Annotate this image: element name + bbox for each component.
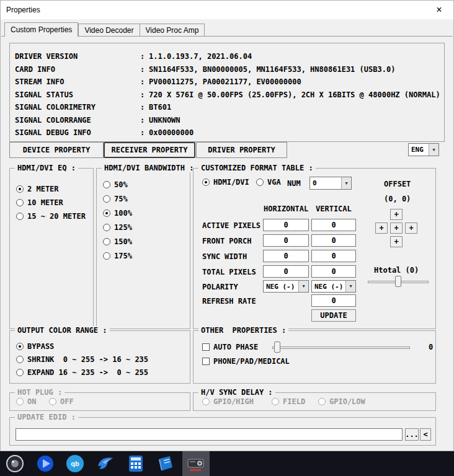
radio-icon bbox=[16, 369, 24, 376]
play-icon bbox=[36, 454, 55, 473]
radio-bw-125[interactable]: 125% bbox=[103, 223, 132, 232]
radio-bw-75[interactable]: 75% bbox=[103, 195, 128, 203]
total-pixels-v-input[interactable] bbox=[311, 265, 356, 278]
radio-icon bbox=[16, 185, 24, 193]
radio-range-expand[interactable]: EXPAND 16 ~ 235 -> 0 ~ 255 bbox=[16, 368, 148, 377]
radio-format-hdmi-dvi[interactable]: HDMI/DVI bbox=[202, 178, 249, 187]
taskbar-app-calculator[interactable] bbox=[122, 451, 149, 476]
radio-bw-175[interactable]: 175% bbox=[103, 252, 132, 260]
lens-icon bbox=[6, 454, 24, 473]
tab-strip: Custom Properties Video Decoder Video Pr… bbox=[4, 22, 205, 37]
offset-left-button[interactable]: + bbox=[375, 223, 388, 234]
screen: Properties × Custom Properties Video Dec… bbox=[0, 0, 454, 476]
active-pixels-h-input[interactable] bbox=[263, 219, 309, 231]
auto-phase-value: 0 bbox=[429, 343, 433, 351]
radio-hot-plug-off[interactable]: OFF bbox=[49, 397, 74, 406]
radio-bw-50[interactable]: 50% bbox=[103, 180, 128, 189]
taskbar-app-qbittorrent[interactable]: qb bbox=[61, 451, 89, 476]
radio-icon bbox=[103, 238, 110, 245]
taskbar-app-media-player[interactable] bbox=[32, 451, 59, 476]
radio-icon bbox=[103, 181, 110, 188]
total-pixels-h-input[interactable] bbox=[263, 265, 309, 278]
vertical-column-header: VERTICAL bbox=[316, 205, 352, 213]
taskbar-app-book[interactable] bbox=[152, 451, 179, 476]
radio-format-vga[interactable]: VGA bbox=[256, 178, 281, 187]
offset-center-button[interactable]: + bbox=[390, 223, 403, 234]
tab-video-proc-amp[interactable]: Video Proc Amp bbox=[140, 24, 205, 37]
phone-pad-medical-checkbox[interactable]: PHONE/PAD/MEDICAL bbox=[202, 357, 290, 366]
taskbar-app-capture-active[interactable] bbox=[182, 451, 210, 476]
taskbar-app-lens[interactable] bbox=[1, 451, 29, 476]
offset-value: (0, 0) bbox=[384, 195, 411, 203]
radio-hot-plug-on[interactable]: ON bbox=[16, 397, 36, 406]
taskbar: qb bbox=[0, 451, 454, 476]
radio-icon bbox=[16, 343, 24, 350]
radio-icon bbox=[202, 398, 210, 405]
radio-icon bbox=[103, 195, 110, 203]
info-row-signal-colorimetry: SIGNAL COLORIMETRY:BT601 bbox=[15, 101, 439, 114]
htotal-slider[interactable] bbox=[368, 276, 429, 287]
radio-eq-2-meter[interactable]: 2 METER bbox=[16, 185, 59, 193]
info-row-stream-info: STREAM INFO:PV00011275, PA00021177, EV00… bbox=[15, 76, 439, 89]
group-title: CUSTOMIZED FORMAT TABLE : bbox=[198, 164, 316, 172]
radio-icon bbox=[49, 398, 56, 405]
refresh-rate-label: REFRESH RATE bbox=[202, 297, 256, 306]
radio-icon bbox=[272, 398, 279, 405]
refresh-rate-input[interactable] bbox=[311, 294, 356, 307]
update-button[interactable]: UPDATE bbox=[311, 309, 356, 322]
radio-sync-gpio-low[interactable]: GPIO/LOW bbox=[318, 397, 365, 406]
group-title: UPDATE EDID : bbox=[15, 413, 78, 421]
receiver-property-button[interactable]: RECEIVER PROPERTY bbox=[104, 142, 195, 158]
qbittorrent-icon: qb bbox=[66, 455, 84, 472]
active-pixels-v-input[interactable] bbox=[311, 219, 356, 231]
hdmi-dvi-bandwidth-group: HDMI/DVI BANDWIDTH : bbox=[96, 168, 190, 329]
language-select[interactable]: ENG ▼ bbox=[408, 143, 439, 156]
offset-down-button[interactable]: + bbox=[390, 236, 403, 247]
book-icon bbox=[156, 454, 175, 473]
polarity-v-select[interactable]: NEG (-) ▼ bbox=[311, 280, 356, 293]
close-icon[interactable]: × bbox=[425, 1, 453, 19]
taskbar-app-thunderbird[interactable] bbox=[92, 451, 119, 476]
group-title: OUTPUT COLOR RANGE : bbox=[15, 326, 110, 335]
sync-width-h-input[interactable] bbox=[263, 250, 309, 262]
radio-icon bbox=[103, 209, 110, 217]
num-select[interactable]: 0 ▼ bbox=[309, 177, 352, 190]
sync-width-v-input[interactable] bbox=[311, 250, 356, 262]
radio-eq-10-meter[interactable]: 10 METER bbox=[16, 198, 63, 207]
offset-right-button[interactable]: + bbox=[405, 223, 417, 234]
auto-phase-checkbox[interactable]: AUTO PHASE bbox=[202, 343, 258, 351]
active-pixels-label: ACTIVE PIXELS bbox=[202, 221, 260, 230]
front-porch-v-input[interactable] bbox=[311, 234, 356, 247]
edid-back-button[interactable]: < bbox=[420, 428, 431, 441]
radio-icon bbox=[202, 178, 210, 186]
polarity-label: POLARITY bbox=[202, 283, 238, 291]
edid-browse-button[interactable]: ... bbox=[405, 428, 419, 441]
edid-path-input[interactable] bbox=[16, 428, 403, 441]
tab-custom-properties[interactable]: Custom Properties bbox=[4, 22, 78, 37]
radio-range-bypass[interactable]: BYPASS bbox=[16, 342, 54, 351]
polarity-h-select[interactable]: NEG (-) ▼ bbox=[263, 280, 309, 293]
auto-phase-slider[interactable] bbox=[272, 342, 410, 353]
tab-video-decoder[interactable]: Video Decoder bbox=[78, 24, 139, 37]
driver-property-button[interactable]: DRIVER PROPERTY bbox=[196, 142, 287, 158]
radio-icon bbox=[16, 356, 24, 363]
info-row-signal-colorrange: SIGNAL COLORRANGE:UNKNOWN bbox=[15, 114, 439, 127]
radio-icon bbox=[103, 224, 110, 231]
total-pixels-label: TOTAL PIXELS bbox=[202, 268, 256, 276]
radio-sync-gpio-high[interactable]: GPIO/HIGH bbox=[202, 397, 254, 406]
radio-bw-100[interactable]: 100% bbox=[103, 209, 132, 218]
radio-icon bbox=[16, 398, 24, 405]
radio-bw-150[interactable]: 150% bbox=[103, 237, 132, 246]
num-label: NUM bbox=[287, 179, 301, 188]
device-property-button[interactable]: DEVICE PROPERTY bbox=[9, 142, 104, 158]
chevron-down-icon: ▼ bbox=[341, 177, 351, 189]
radio-eq-15-20-meter[interactable]: 15 ~ 20 METER bbox=[16, 212, 86, 221]
group-title: H/V SYNC DELAY : bbox=[198, 388, 275, 397]
offset-up-button[interactable]: + bbox=[390, 209, 403, 220]
front-porch-h-input[interactable] bbox=[263, 234, 309, 247]
slider-thumb[interactable] bbox=[274, 342, 280, 353]
radio-sync-field[interactable]: FIELD bbox=[272, 397, 305, 406]
radio-range-shrink[interactable]: SHRINK 0 ~ 255 -> 16 ~ 235 bbox=[16, 355, 148, 364]
info-row-signal-status: SIGNAL STATUS:720 X 576I @ 50.00FPS (25.… bbox=[15, 89, 439, 102]
slider-thumb[interactable] bbox=[395, 276, 401, 287]
